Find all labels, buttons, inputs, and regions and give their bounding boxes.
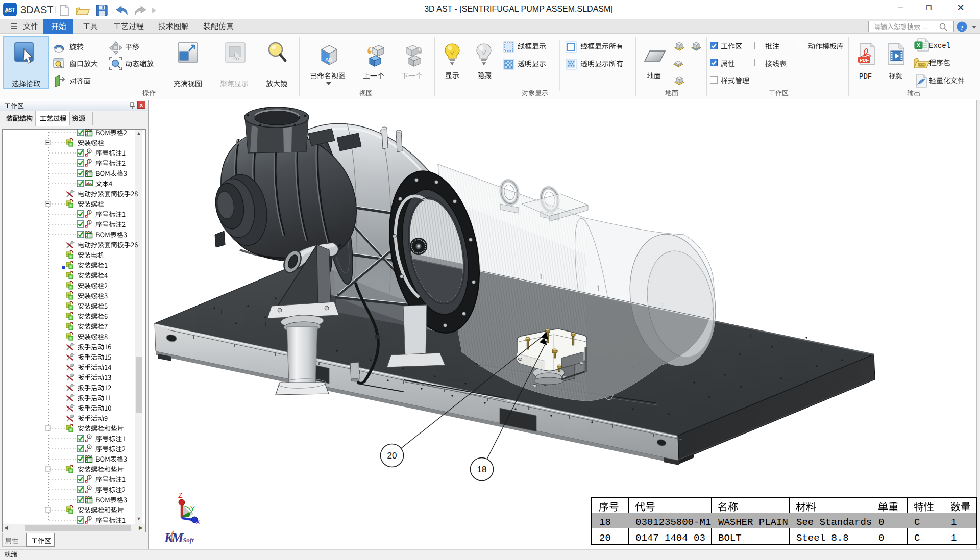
svg-text:Soft: Soft: [183, 536, 194, 544]
svg-text:AB: AB: [325, 56, 333, 63]
svg-text:EXE: EXE: [919, 63, 925, 66]
svg-text:20: 20: [387, 451, 397, 461]
svg-text:X: X: [195, 518, 200, 526]
svg-text:X: X: [917, 42, 921, 48]
svg-text:Y: Y: [190, 505, 195, 513]
svg-text:Z: Z: [178, 491, 183, 499]
svg-text:?: ?: [960, 23, 964, 31]
svg-text:KM: KM: [164, 530, 184, 545]
svg-text:PDF: PDF: [860, 58, 869, 63]
svg-text:18: 18: [477, 465, 487, 474]
